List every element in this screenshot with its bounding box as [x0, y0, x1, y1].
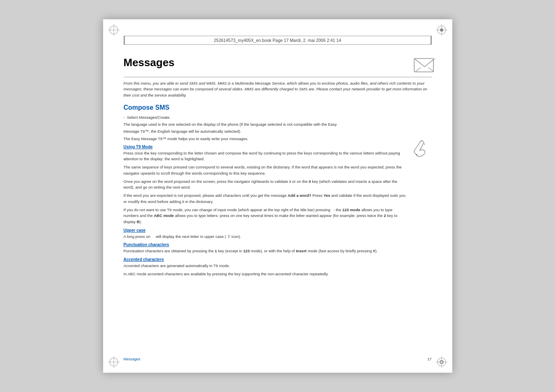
t9-para3-bold: 0 — [309, 179, 311, 184]
t9-icon-container — [409, 136, 432, 160]
compose-row: The Easy Message T9™ mode helps you to e… — [124, 136, 432, 279]
123-except-bold: 123 — [243, 249, 250, 253]
italic-line3: The Easy Message T9™ mode helps you to e… — [124, 136, 406, 142]
123-mode-bold: 123 mode — [342, 208, 360, 212]
header-file-info: 252614573_my405X_en.book Page 17 Mardi, … — [130, 38, 426, 43]
t9-para1: Press once the key corresponding to the … — [124, 150, 406, 162]
footer-right: 17 — [427, 357, 431, 361]
t9-para5: If you do not want to use T9 mode, you c… — [124, 207, 406, 225]
page-title-section: Messages — [124, 56, 432, 73]
yes-bold: Yes — [323, 193, 330, 198]
upper-case-text: A long press on will display the next le… — [124, 234, 406, 240]
intro-text: From this menu, you are able to send SMS… — [124, 81, 432, 98]
compose-sms-heading: Compose SMS — [124, 104, 432, 111]
reg-mark-br — [436, 356, 447, 368]
t9-hand-icon — [409, 136, 432, 159]
key2-bold: 2 — [384, 213, 386, 218]
svg-point-19 — [416, 154, 417, 156]
page-title: Messages — [124, 56, 409, 69]
keyB-bold: B — [137, 219, 140, 224]
svg-line-16 — [428, 67, 434, 72]
page-wrapper: 252614573_my405X_en.book Page 17 Mardi, … — [103, 19, 452, 373]
add-word-bold: Add a word? — [288, 193, 311, 198]
footer: Messages 17 — [124, 357, 432, 361]
svg-point-6 — [440, 28, 443, 32]
compose-content: The Easy Message T9™ mode helps you to e… — [124, 136, 406, 279]
footer-left: Messages — [124, 357, 140, 361]
t9-para4: If the word you are expected is not prop… — [124, 193, 406, 205]
punctuation-text: Punctuation characters are obtained by p… — [124, 248, 406, 254]
header-bar: 252614573_my405X_en.book Page 17 Mardi, … — [124, 36, 432, 45]
reg-mark-tl — [108, 24, 120, 36]
t9-para2: The same sequence of keys pressed can co… — [124, 164, 406, 176]
accented-heading: Accented characters — [124, 257, 406, 262]
hash-bold: # — [373, 249, 375, 253]
select-bold: Messages/Create — [139, 115, 169, 120]
upper-case-heading: Upper case — [124, 228, 406, 233]
reg-mark-tr — [436, 24, 447, 36]
insert-bold: Insert — [296, 249, 306, 253]
accented-para1: Accented characters are generated automa… — [124, 263, 406, 269]
messages-icon — [413, 56, 432, 73]
select-line: - Select Messages/Create. — [124, 115, 432, 120]
abc-mode-bold: ABC mode — [154, 213, 174, 218]
t9-mode-heading: Using T9 Mode — [124, 145, 406, 149]
title-divider — [124, 77, 432, 77]
svg-point-14 — [441, 361, 442, 363]
punctuation-heading: Punctuation characters — [124, 242, 406, 247]
italic-line2: Message T9™, the English language will b… — [124, 129, 432, 134]
svg-line-17 — [415, 67, 421, 72]
italic-line1: The language used is the one selected on… — [124, 122, 432, 127]
key1-bold: 1 — [215, 249, 217, 253]
t9-para3: Once you agree on the word proposed on t… — [124, 179, 406, 191]
accented-para2: In ABC mode accented characters are avai… — [124, 271, 406, 277]
reg-mark-bl — [108, 356, 120, 368]
